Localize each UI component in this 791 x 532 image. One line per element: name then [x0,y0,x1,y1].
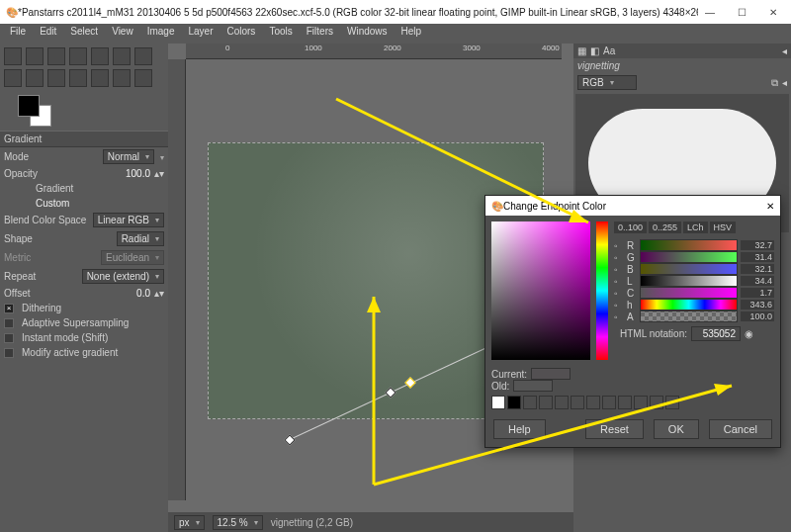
tool-button[interactable] [91,69,109,87]
channel-radio[interactable]: ◦ [614,276,624,287]
history-swatch[interactable] [523,396,537,409]
history-swatch[interactable] [586,396,600,409]
image-mode-select[interactable]: RGB [577,75,637,90]
tool-button[interactable] [4,69,22,87]
tool-button[interactable] [113,47,131,65]
repeat-select[interactable]: None (extend) [82,269,164,284]
hue-slider[interactable] [596,222,608,360]
channel-slider[interactable] [640,263,738,275]
model-tab[interactable]: LCh [683,222,708,233]
mode-select[interactable]: Normal [103,149,154,164]
spinner-icon[interactable]: ▴▾ [154,288,164,299]
tool-button[interactable] [26,47,44,65]
history-swatch[interactable] [618,396,632,409]
unit-select[interactable]: px [174,515,205,530]
dialog-titlebar[interactable]: 🎨 Change Endpoint Color ✕ [485,196,780,216]
menu-windows[interactable]: Windows [341,24,394,44]
menu-help[interactable]: Help [396,24,428,44]
menu-icon[interactable]: ◂ [782,77,787,88]
menu-filters[interactable]: Filters [301,24,339,44]
supersample-checkbox[interactable] [4,318,14,328]
channel-slider[interactable] [640,251,738,263]
html-notation-input[interactable]: 535052 [691,326,741,341]
gradient-handle-mid[interactable] [385,387,396,398]
channel-radio[interactable]: ◦ [614,288,624,299]
tool-button[interactable] [47,47,65,65]
dialog-close-button[interactable]: ✕ [766,201,774,212]
tool-button[interactable] [69,69,87,87]
channel-value[interactable]: 32.7 [741,240,774,250]
dither-checkbox[interactable]: × [4,304,14,313]
channel-radio[interactable]: ◦ [614,300,624,310]
cancel-button[interactable]: Cancel [709,419,772,439]
history-swatch[interactable] [555,396,569,409]
minimize-button[interactable]: — [698,7,722,18]
tool-button[interactable] [47,69,65,87]
menu-file[interactable]: File [4,24,32,44]
mode-menu-icon[interactable] [158,151,164,162]
channel-slider[interactable] [640,239,738,251]
history-swatch[interactable] [634,396,648,409]
menu-view[interactable]: View [106,24,139,44]
shape-select[interactable]: Radial [117,231,164,246]
history-swatch[interactable] [539,396,553,409]
detach-icon[interactable]: ⧉ [771,77,778,89]
instant-checkbox[interactable] [4,333,14,343]
menu-edit[interactable]: Edit [34,24,62,44]
menu-colors[interactable]: Colors [220,24,261,44]
channel-radio[interactable]: ◦ [614,252,624,263]
menu-tools[interactable]: Tools [263,24,298,44]
channel-value[interactable]: 34.4 [741,276,774,286]
ruler-horizontal[interactable]: 0 1000 2000 3000 4000 [186,44,562,59]
channel-value[interactable]: 343.6 [741,300,774,310]
channel-value[interactable]: 31.4 [741,252,774,262]
eyedropper-icon[interactable]: ◉ [745,328,753,339]
tool-button[interactable] [69,47,87,65]
channel-value[interactable]: 100.0 [741,311,774,321]
menu-select[interactable]: Select [64,24,104,44]
help-button[interactable]: Help [493,419,546,439]
tool-button[interactable] [134,47,152,65]
channel-value[interactable]: 1.7 [741,288,774,298]
dock-tab-icon[interactable]: ◧ [590,45,599,56]
zoom-select[interactable]: 12.5 % [213,515,263,530]
old-color[interactable] [513,380,553,392]
color-field[interactable] [491,222,590,360]
model-tab[interactable]: HSV [710,222,737,233]
gradient-line[interactable] [288,340,503,441]
color-swatches[interactable] [0,91,168,131]
channel-slider[interactable] [640,310,738,322]
modify-checkbox[interactable] [4,348,14,358]
ok-button[interactable]: OK [654,419,699,439]
channel-slider[interactable] [640,299,738,310]
menu-layer[interactable]: Layer [182,24,219,44]
reset-button[interactable]: Reset [585,419,644,439]
tool-button[interactable] [26,69,44,87]
gradient-handle-end[interactable] [404,377,415,388]
channel-slider[interactable] [640,275,738,287]
history-swatch[interactable] [650,396,663,409]
scale-tab[interactable]: 0..100 [614,222,647,233]
history-swatch[interactable] [507,396,521,409]
channel-radio[interactable]: ◦ [614,311,624,322]
tool-button[interactable] [91,47,109,65]
fg-color[interactable] [18,95,40,117]
dock-tab-icon[interactable]: Aa [603,45,615,56]
channel-value[interactable]: 32.1 [741,264,774,274]
history-swatch[interactable] [491,396,505,409]
blend-select[interactable]: Linear RGB [93,213,164,227]
channel-radio[interactable]: ◦ [614,264,624,275]
spinner-icon[interactable]: ▴▾ [154,168,164,179]
history-swatch[interactable] [665,396,679,409]
maximize-button[interactable]: ☐ [730,7,753,18]
menu-image[interactable]: Image [141,24,181,44]
offset-value[interactable]: 0.0 [136,288,150,299]
ruler-vertical[interactable] [168,59,186,500]
tool-button[interactable] [4,47,22,65]
history-swatch[interactable] [571,396,584,409]
opacity-value[interactable]: 100.0 [126,168,150,179]
dock-menu-icon[interactable]: ◂ [782,45,787,56]
history-swatch[interactable] [602,396,616,409]
channel-slider[interactable] [640,287,738,299]
tool-button[interactable] [113,69,131,87]
